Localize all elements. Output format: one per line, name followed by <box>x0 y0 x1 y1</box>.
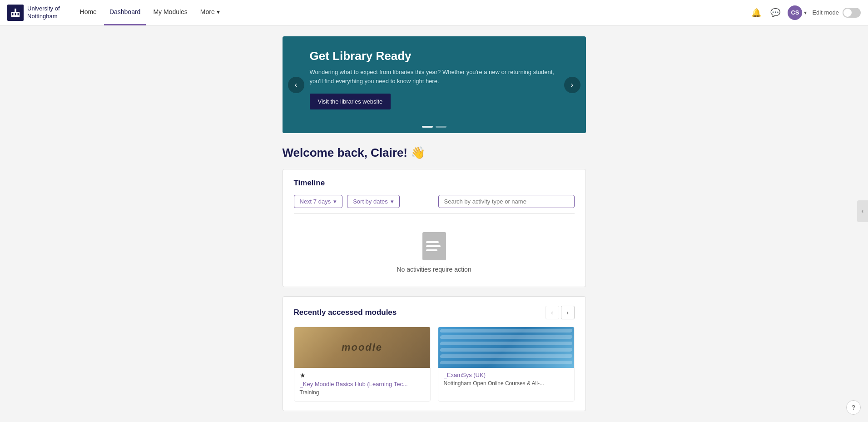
wave-line-6 <box>439 361 572 364</box>
svg-rect-5 <box>18 13 19 15</box>
nav-my-modules[interactable]: My Modules <box>148 0 193 25</box>
empty-icon-line-2 <box>426 245 441 247</box>
timeline-card: Timeline Next 7 days ▾ Sort by dates ▾ N… <box>283 169 586 287</box>
module-thumbnail-2 <box>438 327 574 368</box>
right-panel-collapse-button[interactable]: ‹ <box>857 200 868 222</box>
modules-grid: moodle ★ _Key Moodle Basics Hub (Learnin… <box>294 327 575 402</box>
brand-logo <box>7 5 24 21</box>
carousel-description: Wondering what to expect from libraries … <box>310 68 559 85</box>
search-wrap <box>438 195 575 208</box>
edit-mode-toggle[interactable] <box>843 8 861 18</box>
module-card-1[interactable]: moodle ★ _Key Moodle Basics Hub (Learnin… <box>294 327 431 402</box>
module-star-1: ★ <box>300 372 425 379</box>
modules-prev-button[interactable]: ‹ <box>546 306 559 319</box>
carousel-slide: Get Library Ready Wondering what to expe… <box>283 36 586 122</box>
sort-label: Sort by dates <box>353 198 388 205</box>
recently-accessed-header: Recently accessed modules ‹ › <box>294 306 575 319</box>
svg-rect-4 <box>15 13 16 15</box>
recently-accessed-title: Recently accessed modules <box>294 308 397 317</box>
carousel-next-button[interactable]: › <box>564 77 580 93</box>
avatar: CS <box>788 5 802 20</box>
carousel-indicator-1[interactable] <box>422 126 433 128</box>
modules-nav-buttons: ‹ › <box>546 306 575 319</box>
chat-button[interactable]: 💬 <box>769 6 782 20</box>
nav-dashboard[interactable]: Dashboard <box>104 0 146 25</box>
library-carousel: ‹ Get Library Ready Wondering what to ex… <box>283 36 586 133</box>
carousel-prev-button[interactable]: ‹ <box>288 77 304 93</box>
sort-chevron-icon: ▾ <box>391 198 394 205</box>
wave-line-3 <box>439 342 572 345</box>
brand-name: University of Nottingham <box>27 5 60 20</box>
edit-mode-label: Edit mode <box>812 9 839 16</box>
empty-icon-line-3 <box>426 249 437 251</box>
welcome-title: Welcome back, Claire! 👋 <box>283 146 586 160</box>
activity-search-input[interactable] <box>438 195 575 208</box>
modules-next-button[interactable]: › <box>561 306 575 319</box>
module-info-1: ★ _Key Moodle Basics Hub (Learning Tec..… <box>294 368 430 401</box>
module-category-1: Training <box>300 389 425 396</box>
time-filter-chevron-icon: ▾ <box>333 198 337 205</box>
recently-accessed-card: Recently accessed modules ‹ › moodle ★ _… <box>283 296 586 411</box>
timeline-title: Timeline <box>294 179 575 188</box>
nav-right: 🔔 💬 CS ▾ Edit mode <box>749 5 861 20</box>
wave-line-5 <box>439 354 572 358</box>
wave-decoration <box>438 327 574 368</box>
svg-rect-2 <box>11 15 20 17</box>
module-category-2: Nottingham Open Online Courses & All-... <box>444 380 569 387</box>
svg-rect-3 <box>12 13 14 15</box>
user-menu-button[interactable]: CS ▾ <box>788 5 807 20</box>
nav-more[interactable]: More ▾ <box>195 0 225 25</box>
brand[interactable]: University of Nottingham <box>7 5 60 21</box>
notifications-button[interactable]: 🔔 <box>749 6 763 20</box>
module-card-2[interactable]: _ExamSys (UK) Nottingham Open Online Cou… <box>438 327 575 402</box>
chevron-down-icon: ▾ <box>804 10 807 16</box>
module-info-2: _ExamSys (UK) Nottingham Open Online Cou… <box>438 368 574 392</box>
main-content: ‹ Get Library Ready Wondering what to ex… <box>275 25 593 422</box>
svg-rect-1 <box>15 8 16 11</box>
navbar: University of Nottingham Home Dashboard … <box>0 0 868 25</box>
wave-line-1 <box>439 329 572 333</box>
carousel-indicators <box>283 122 586 133</box>
timeline-divider <box>294 213 575 214</box>
wave-line-4 <box>439 348 572 352</box>
time-filter-label: Next 7 days <box>300 198 331 205</box>
carousel-title: Get Library Ready <box>310 49 559 63</box>
university-icon <box>10 8 20 18</box>
timeline-empty-state: No activities require action <box>294 223 575 278</box>
carousel-indicator-2[interactable] <box>436 126 446 128</box>
timeline-controls: Next 7 days ▾ Sort by dates ▾ <box>294 195 575 208</box>
nav-home[interactable]: Home <box>74 0 102 25</box>
empty-icon-line-1 <box>426 241 439 243</box>
carousel-text-area: Get Library Ready Wondering what to expe… <box>310 49 559 109</box>
module-name-1[interactable]: _Key Moodle Basics Hub (Learning Tec... <box>300 381 425 387</box>
module-name-2[interactable]: _ExamSys (UK) <box>444 372 569 378</box>
timeline-empty-message: No activities require action <box>397 266 471 273</box>
time-filter-dropdown[interactable]: Next 7 days ▾ <box>294 195 343 208</box>
module-thumbnail-1: moodle <box>294 327 430 368</box>
wave-line-2 <box>439 335 572 339</box>
nav-links: Home Dashboard My Modules More ▾ <box>74 0 750 25</box>
carousel-cta-button[interactable]: Visit the libraries website <box>310 94 391 109</box>
empty-state-icon <box>422 232 446 260</box>
sort-dropdown[interactable]: Sort by dates ▾ <box>347 195 400 208</box>
edit-mode-section: Edit mode <box>812 8 861 18</box>
help-button[interactable]: ? <box>846 400 861 415</box>
